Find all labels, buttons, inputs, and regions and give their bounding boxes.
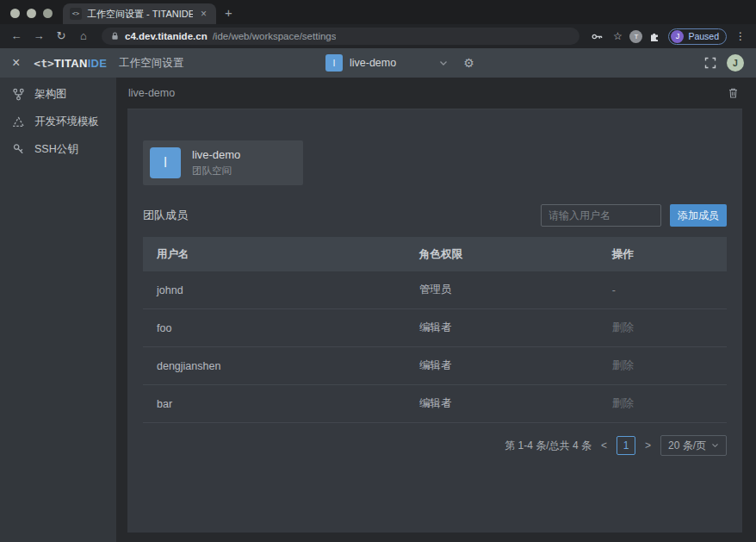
- new-tab-button[interactable]: +: [216, 5, 243, 24]
- window-zoom-button[interactable]: [43, 9, 53, 18]
- member-role: 编辑者: [406, 321, 598, 335]
- workspace-card-type: 团队空间: [192, 165, 240, 178]
- pagination: 第 1-4 条/总共 4 条 < 1 > 20 条/页: [143, 435, 727, 456]
- column-username: 用户名: [143, 247, 406, 262]
- member-action[interactable]: 删除: [598, 321, 727, 335]
- workspace-settings-gear-icon[interactable]: ⚙: [463, 57, 474, 69]
- member-username: foo: [143, 322, 406, 334]
- table-row: foo 编辑者 删除: [143, 309, 727, 347]
- user-avatar[interactable]: J: [727, 54, 744, 72]
- members-table-body: johnd 管理员 - foo 编辑者 删除 dengjianshen 编辑者 …: [143, 271, 727, 423]
- sidebar-item-ssh-key[interactable]: SSH公钥: [0, 136, 116, 162]
- traffic-lights: [0, 9, 63, 24]
- sidebar-item-label: 架构图: [34, 87, 67, 102]
- tab-close-icon[interactable]: ×: [198, 8, 209, 20]
- window-minimize-button[interactable]: [27, 9, 36, 18]
- page-size-value: 20 条/页: [668, 439, 706, 453]
- home-button[interactable]: ⌂: [74, 28, 93, 45]
- member-username: dengjianshen: [143, 360, 406, 372]
- workspace-selector[interactable]: l live-demo ⚙: [325, 48, 474, 78]
- chevron-down-icon[interactable]: [439, 60, 448, 66]
- page-number-button[interactable]: 1: [617, 436, 635, 455]
- delete-workspace-trash-icon[interactable]: [726, 85, 741, 101]
- chevron-down-icon: [711, 443, 719, 448]
- sidebar-item-label: SSH公钥: [34, 142, 78, 157]
- member-role: 编辑者: [406, 358, 598, 373]
- tab-strip: <> 工作空间设置 - TITANIDE × +: [0, 0, 756, 24]
- page-title: 工作空间设置: [119, 56, 183, 71]
- main-content: live-demo l live-demo 团队空间 团队成员 添加成员: [116, 78, 756, 542]
- profile-status: Paused: [688, 31, 719, 41]
- column-actions: 操作: [598, 247, 727, 262]
- table-row: johnd 管理员 -: [143, 271, 727, 309]
- table-row: bar 编辑者 删除: [143, 385, 727, 423]
- titanide-favicon-icon: <>: [70, 8, 82, 20]
- sidebar-item-architecture[interactable]: 架构图: [0, 81, 116, 107]
- key-icon: [12, 143, 25, 156]
- bookmark-star-icon[interactable]: ☆: [609, 30, 626, 42]
- fullscreen-icon[interactable]: [704, 57, 716, 69]
- member-action: -: [598, 284, 727, 296]
- team-members-title: 团队成员: [143, 208, 188, 223]
- url-host: c4.dev.titanide.cn: [125, 31, 208, 41]
- next-page-icon[interactable]: >: [644, 439, 652, 452]
- sidebar-item-dev-env-template[interactable]: 开发环境模板: [0, 109, 116, 134]
- workspace-card: l live-demo 团队空间: [143, 140, 303, 185]
- member-role: 管理员: [406, 283, 598, 297]
- pagination-summary: 第 1-4 条/总共 4 条: [505, 439, 592, 453]
- member-action[interactable]: 删除: [598, 396, 727, 411]
- workspace-card-avatar: l: [150, 147, 181, 178]
- table-row: dengjianshen 编辑者 删除: [143, 347, 727, 385]
- workspace-avatar: l: [325, 54, 343, 72]
- reload-button[interactable]: ↻: [52, 28, 71, 45]
- breadcrumb: live-demo: [128, 87, 175, 99]
- member-username: johnd: [143, 284, 406, 296]
- members-table: 用户名 角色权限 操作 johnd 管理员 - foo 编辑者 删除 dengj…: [143, 237, 727, 423]
- back-button[interactable]: ←: [7, 28, 26, 45]
- git-branch-icon: [12, 88, 25, 101]
- forward-button[interactable]: →: [29, 28, 48, 45]
- page-size-select[interactable]: 20 条/页: [660, 435, 727, 456]
- add-member-button[interactable]: 添加成员: [670, 204, 727, 227]
- password-key-icon[interactable]: [588, 30, 605, 43]
- window-close-button[interactable]: [10, 9, 20, 18]
- template-icon: [12, 115, 25, 128]
- extension-badge-icon[interactable]: T: [629, 30, 642, 43]
- url-bar[interactable]: c4.dev.titanide.cn /ide/web/workspace/se…: [102, 28, 579, 45]
- lock-icon: [110, 31, 120, 41]
- settings-panel: l live-demo 团队空间 团队成员 添加成员 用户名 角色权限 操作: [127, 109, 742, 533]
- workspace-name: live-demo: [350, 57, 396, 69]
- profile-chip[interactable]: J Paused: [668, 28, 727, 45]
- browser-window: <> 工作空间设置 - TITANIDE × + ← → ↻ ⌂ c4.dev.…: [0, 0, 756, 542]
- sidebar: 架构图 开发环境模板 SSH公钥: [0, 78, 116, 542]
- username-input[interactable]: [541, 204, 661, 227]
- browser-toolbar: ← → ↻ ⌂ c4.dev.titanide.cn /ide/web/work…: [0, 24, 756, 48]
- team-members-header: 团队成员 添加成员: [143, 204, 727, 227]
- profile-avatar: J: [671, 30, 684, 43]
- titanide-logo: <t>TITANIDE: [34, 57, 107, 70]
- prev-page-icon[interactable]: <: [600, 439, 608, 452]
- browser-tab[interactable]: <> 工作空间设置 - TITANIDE ×: [63, 3, 216, 24]
- member-username: bar: [143, 398, 406, 410]
- tab-title: 工作空间设置 - TITANIDE: [87, 8, 193, 21]
- app-header: × <t>TITANIDE 工作空间设置 l live-demo ⚙ J: [0, 48, 756, 78]
- member-action[interactable]: 删除: [598, 358, 727, 373]
- url-path: /ide/web/workspace/settings: [213, 31, 337, 41]
- members-table-header: 用户名 角色权限 操作: [143, 237, 727, 271]
- workspace-card-name: live-demo: [192, 148, 240, 161]
- member-role: 编辑者: [406, 396, 598, 411]
- header-actions: J: [704, 54, 744, 72]
- app-body: 架构图 开发环境模板 SSH公钥 live-demo l: [0, 78, 756, 542]
- breadcrumb-bar: live-demo: [127, 78, 742, 109]
- sidebar-item-label: 开发环境模板: [34, 115, 99, 129]
- extensions-puzzle-icon[interactable]: [646, 30, 663, 42]
- column-role: 角色权限: [406, 247, 598, 262]
- settings-close-icon[interactable]: ×: [12, 56, 20, 70]
- browser-menu-icon[interactable]: ⋮: [732, 30, 749, 42]
